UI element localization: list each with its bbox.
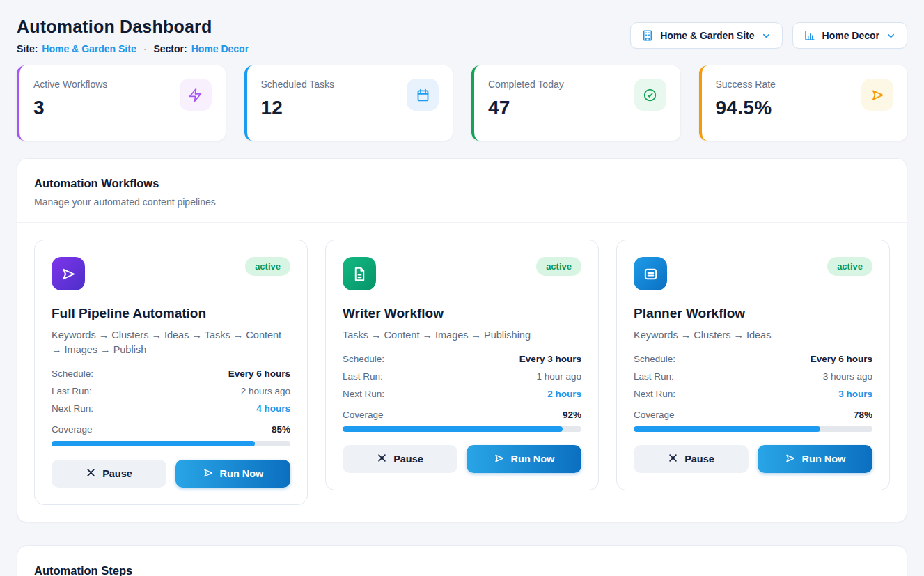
- last-run-value: 3 hours ago: [823, 371, 872, 382]
- run-now-button[interactable]: Run Now: [758, 445, 872, 473]
- coverage-progress-fill: [52, 441, 255, 446]
- chevron-down-icon: [761, 31, 772, 41]
- next-run-label: Next Run:: [343, 389, 384, 399]
- coverage-progress-fill: [343, 426, 563, 432]
- close-icon: [668, 453, 678, 465]
- send-icon: [785, 453, 796, 466]
- workflow-card-writer: active Writer Workflow Tasks → Content →…: [325, 240, 599, 490]
- schedule-value: Every 6 hours: [228, 368, 290, 379]
- workflows-section-header: Automation Workflows Manage your automat…: [17, 159, 907, 223]
- next-run-label: Next Run:: [52, 403, 93, 414]
- last-run-row: Last Run: 2 hours ago: [52, 386, 290, 396]
- coverage-value: 78%: [854, 410, 872, 420]
- run-now-button[interactable]: Run Now: [175, 460, 290, 488]
- stat-card-completed-today: Completed Today 47: [471, 65, 680, 141]
- building-icon: [641, 29, 654, 42]
- automation-workflows-section: Automation Workflows Manage your automat…: [17, 158, 907, 522]
- stat-card-active-workflows: Active Workflows 3: [17, 65, 226, 141]
- coverage-progress-bar: [52, 441, 290, 446]
- schedule-label: Schedule:: [634, 354, 675, 364]
- send-icon: [494, 453, 505, 466]
- calendar-icon: [407, 79, 439, 111]
- workflow-card-planner: active Planner Workflow Keywords → Clust…: [616, 240, 890, 490]
- status-badge: active: [536, 257, 581, 276]
- page-header: Automation Dashboard Site: Home & Garden…: [17, 17, 907, 54]
- next-run-row: Next Run: 2 hours: [343, 389, 581, 399]
- last-run-row: Last Run: 3 hours ago: [634, 371, 872, 382]
- schedule-label: Schedule:: [343, 354, 384, 364]
- bar-chart-icon: [804, 29, 816, 42]
- stat-value: 47: [488, 97, 564, 119]
- schedule-value: Every 6 hours: [811, 354, 872, 364]
- stat-label: Active Workflows: [33, 79, 107, 90]
- close-icon: [86, 467, 96, 480]
- schedule-row: Schedule: Every 6 hours: [634, 354, 872, 364]
- workflow-title: Full Pipeline Automation: [52, 306, 290, 321]
- stat-value: 3: [33, 97, 107, 119]
- coverage-value: 92%: [563, 410, 581, 420]
- stat-card-success-rate: Success Rate 94.5%: [699, 65, 908, 141]
- status-badge: active: [245, 257, 290, 276]
- sector-selector-label: Home Decor: [822, 30, 879, 41]
- section-title: Automation Workflows: [34, 177, 890, 190]
- status-badge: active: [827, 257, 872, 276]
- next-run-value: 4 hours: [256, 403, 290, 414]
- run-now-button[interactable]: Run Now: [467, 445, 581, 473]
- workflows-section-body: active Full Pipeline Automation Keywords…: [17, 223, 907, 522]
- last-run-row: Last Run: 1 hour ago: [343, 371, 581, 382]
- stat-label: Completed Today: [488, 79, 564, 90]
- pause-button[interactable]: Pause: [634, 445, 749, 473]
- automation-steps-section: Automation Steps Configure which steps a…: [17, 545, 907, 576]
- steps-section-header: Automation Steps Configure which steps a…: [17, 546, 907, 576]
- next-run-value: 2 hours: [547, 389, 581, 399]
- pause-button[interactable]: Pause: [52, 460, 166, 488]
- last-run-value: 1 hour ago: [536, 371, 581, 382]
- site-selector-label: Home & Garden Site: [660, 30, 754, 41]
- workflow-pipeline: Keywords → Clusters → Ideas: [634, 328, 872, 343]
- next-run-label: Next Run:: [634, 389, 675, 399]
- sector-selector-dropdown[interactable]: Home Decor: [792, 22, 907, 49]
- section-title: Automation Steps: [34, 564, 890, 576]
- stat-value: 12: [261, 97, 335, 119]
- list-icon: [634, 257, 667, 290]
- coverage-row: Coverage 92%: [343, 410, 581, 420]
- workflow-pipeline: Tasks → Content → Images → Publishing: [343, 328, 581, 343]
- workflow-card-full-pipeline: active Full Pipeline Automation Keywords…: [34, 240, 308, 505]
- zap-icon: [180, 79, 212, 111]
- next-run-value: 3 hours: [838, 389, 872, 399]
- check-circle-icon: [634, 79, 666, 111]
- stat-label: Success Rate: [716, 79, 776, 90]
- coverage-progress-fill: [634, 426, 820, 432]
- next-run-row: Next Run: 3 hours: [634, 389, 872, 399]
- site-selector-dropdown[interactable]: Home & Garden Site: [630, 22, 782, 49]
- file-text-icon: [343, 257, 376, 290]
- coverage-row: Coverage 85%: [52, 424, 290, 435]
- workflow-title: Planner Workflow: [634, 306, 872, 321]
- stats-row: Active Workflows 3 Scheduled Tasks 12 Co…: [17, 65, 907, 141]
- workflow-title: Writer Workflow: [343, 306, 581, 321]
- coverage-progress-bar: [634, 426, 872, 432]
- last-run-value: 2 hours ago: [241, 386, 290, 396]
- section-subtitle: Manage your automated content pipelines: [34, 196, 890, 208]
- chevron-down-icon: [886, 31, 896, 41]
- coverage-label: Coverage: [343, 410, 384, 420]
- workflow-pipeline: Keywords → Clusters → Ideas → Tasks → Co…: [52, 328, 290, 357]
- workflow-grid: active Full Pipeline Automation Keywords…: [34, 240, 890, 505]
- sector-link[interactable]: Home Decor: [191, 43, 249, 54]
- site-label: Site:: [17, 43, 38, 54]
- stat-value: 94.5%: [716, 97, 776, 119]
- page-title: Automation Dashboard: [17, 17, 249, 37]
- breadcrumb: Site: Home & Garden Site · Sector: Home …: [17, 43, 249, 54]
- coverage-row: Coverage 78%: [634, 410, 872, 420]
- site-link[interactable]: Home & Garden Site: [42, 43, 136, 54]
- coverage-value: 85%: [272, 424, 290, 435]
- pause-button[interactable]: Pause: [343, 445, 457, 473]
- schedule-row: Schedule: Every 3 hours: [343, 354, 581, 364]
- send-icon: [861, 79, 893, 111]
- last-run-label: Last Run:: [343, 371, 383, 382]
- header-actions: Home & Garden Site Home Decor: [630, 22, 907, 49]
- header-title-block: Automation Dashboard Site: Home & Garden…: [17, 17, 249, 54]
- separator-dot: ·: [143, 43, 147, 54]
- coverage-progress-bar: [343, 426, 581, 432]
- schedule-label: Schedule:: [52, 368, 93, 379]
